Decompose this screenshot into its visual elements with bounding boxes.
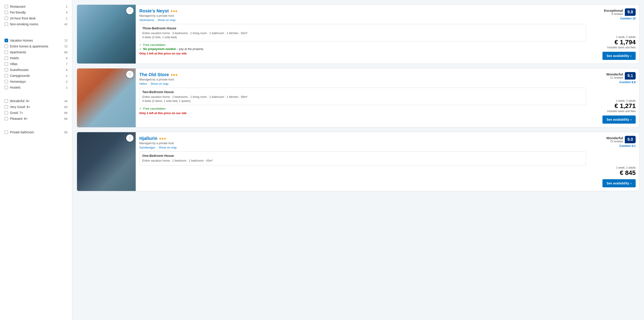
price-value: € 1,794: [602, 39, 636, 46]
star-icon: ■: [164, 137, 166, 140]
filter-checkbox[interactable]: [4, 99, 8, 103]
filter-item[interactable]: 24-hour front desk 1: [4, 15, 68, 21]
filter-count: 66: [64, 111, 68, 115]
filter-item[interactable]: Villas 7: [4, 61, 68, 67]
score-row: Wonderful 73 reviews 9.0: [606, 136, 636, 143]
filter-count: 72: [64, 45, 68, 48]
filter-checkbox[interactable]: [4, 22, 8, 26]
location-link[interactable]: Sandavágur: [139, 146, 155, 149]
filter-checkbox[interactable]: [4, 39, 8, 42]
room-beds: 4 beds (2 twins, 1 sofa bed, 1 queen): [142, 99, 583, 103]
see-avail-label: See availability: [606, 118, 629, 121]
filter-checkbox[interactable]: [4, 117, 8, 120]
show-all-link[interactable]: [4, 27, 68, 30]
filter-item[interactable]: Guesthouses 6: [4, 67, 68, 73]
listings-main: ♡ Rosie's Neyst ■■■ Managed by a private…: [72, 0, 644, 320]
filter-count: 1: [66, 5, 68, 8]
see-avail-label: See availability: [606, 54, 629, 58]
filter-item[interactable]: Entire homes & apartments 72: [4, 43, 68, 49]
filter-label: Hotels: [10, 56, 19, 60]
filter-label: Wonderful: 9+: [10, 99, 30, 103]
see-availability-button[interactable]: See availability ›: [602, 52, 636, 60]
filter-count: 66: [64, 51, 68, 54]
price-value: € 1,271: [602, 102, 636, 110]
price-area: 1 week, 2 adults € 1,271 Includes taxes …: [602, 99, 636, 124]
show-on-map-link[interactable]: Show on map: [158, 18, 176, 22]
filter-item[interactable]: Homestays 2: [4, 79, 68, 85]
filter-item[interactable]: Wonderful: 9+ 44: [4, 98, 68, 104]
filter-item[interactable]: Hostels 1: [4, 85, 68, 90]
filter-item-left: Restaurant: [4, 5, 25, 8]
filter-count: 6: [66, 68, 68, 72]
score-text-group: Wonderful 73 reviews: [606, 136, 623, 143]
filter-checkbox[interactable]: [4, 68, 8, 72]
filter-count: 44: [64, 99, 68, 103]
wishlist-button[interactable]: ♡: [126, 7, 134, 14]
filter-label: 24-hour front desk: [10, 17, 36, 20]
filter-checkbox[interactable]: [4, 50, 8, 54]
score-badge: 9.1: [625, 72, 636, 80]
star-icon: ■: [173, 73, 175, 77]
filter-count: 1: [66, 86, 68, 89]
filter-checkbox[interactable]: [4, 74, 8, 78]
stars-container: ■■■: [171, 73, 177, 77]
location-link[interactable]: Vestmanna: [139, 18, 154, 22]
arrow-icon: ›: [630, 118, 632, 121]
filter-item[interactable]: Private bathroom 50: [4, 129, 68, 135]
listing-right: Wonderful 73 reviews 9.0 Comfort 9.1 1 w…: [590, 132, 639, 191]
listing-image: ♡: [77, 69, 136, 127]
wishlist-button[interactable]: ♡: [126, 134, 134, 142]
filter-item[interactable]: Pet friendly 4: [4, 10, 68, 15]
filter-checkbox[interactable]: [4, 111, 8, 115]
filter-label: Vacation Homes: [10, 39, 33, 42]
filter-item[interactable]: Very Good: 8+ 63: [4, 104, 68, 110]
filter-label: Pet friendly: [10, 11, 26, 14]
filter-checkbox[interactable]: [4, 86, 8, 89]
location-link[interactable]: Hellur: [139, 82, 147, 85]
filter-checkbox[interactable]: [4, 62, 8, 66]
property-type-section: Vacation Homes 72 Entire homes & apartme…: [4, 32, 68, 92]
filter-item[interactable]: Non-smoking rooms 42: [4, 21, 68, 27]
filter-item-left: Vacation Homes: [4, 39, 33, 42]
listing-card: ♡ Rosie's Neyst ■■■ Managed by a private…: [77, 5, 640, 64]
filter-count: 63: [64, 105, 68, 109]
room-type: Two-Bedroom House: [142, 90, 583, 94]
score-reviews: 73 reviews: [606, 140, 623, 143]
perk-item: ✓ Free cancellation: [139, 43, 586, 47]
filter-item[interactable]: Pleasant: 6+ 66: [4, 116, 68, 122]
show-on-map-link[interactable]: Show on map: [150, 82, 169, 85]
filter-item-left: Good: 7+: [4, 111, 23, 115]
price-area: 1 week, 2 adults € 1,794 Includes taxes …: [602, 36, 636, 60]
filter-item[interactable]: Vacation Homes 72: [4, 38, 68, 43]
wishlist-button[interactable]: ♡: [126, 71, 134, 78]
filter-item[interactable]: Campgrounds 2: [4, 73, 68, 79]
see-availability-button[interactable]: See availability ›: [602, 179, 636, 187]
see-avail-label: See availability: [606, 181, 629, 185]
score-badge: 9.8: [625, 8, 636, 16]
star-icon: ■: [176, 73, 177, 77]
see-availability-button[interactable]: See availability ›: [602, 116, 636, 124]
filter-checkbox[interactable]: [4, 105, 8, 109]
filter-checkbox[interactable]: [4, 5, 8, 8]
filter-checkbox[interactable]: [4, 11, 8, 14]
listing-name: The Old Store ■■■: [139, 72, 586, 77]
filter-item-left: Entire homes & apartments: [4, 45, 48, 48]
filter-item[interactable]: Good: 7+ 66: [4, 110, 68, 116]
filter-label: Good: 7+: [10, 111, 23, 115]
filter-checkbox[interactable]: [4, 17, 8, 20]
star-icon: ■: [170, 9, 172, 13]
show-on-map-link[interactable]: Show on map: [159, 146, 177, 149]
separator: ·: [155, 18, 156, 22]
price-taxes: Includes taxes and fees: [602, 110, 636, 113]
filter-checkbox[interactable]: [4, 56, 8, 60]
filter-item[interactable]: Restaurant 1: [4, 4, 68, 10]
filter-checkbox[interactable]: [4, 130, 8, 134]
filter-item-left: Hotels: [4, 56, 19, 60]
perk-alert: Only 1 left at this price on our site: [139, 52, 586, 55]
filter-item[interactable]: Hotels 8: [4, 55, 68, 61]
filter-item-left: Apartments: [4, 50, 26, 54]
sidebar: Restaurant 1 Pet friendly 4 24-hour fron…: [0, 0, 72, 320]
filter-item[interactable]: Apartments 66: [4, 49, 68, 55]
filter-checkbox[interactable]: [4, 45, 8, 48]
filter-checkbox[interactable]: [4, 80, 8, 83]
